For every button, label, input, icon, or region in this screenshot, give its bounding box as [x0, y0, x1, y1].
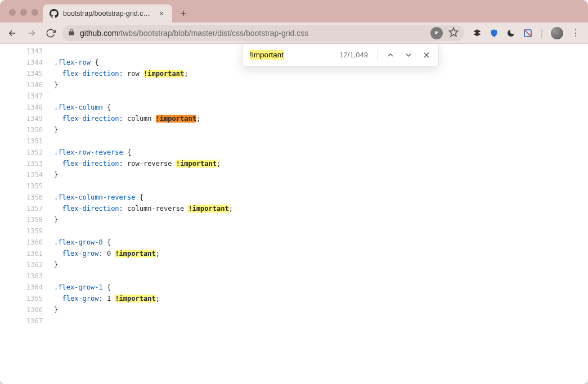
forward-button[interactable]: [24, 25, 39, 41]
profile-avatar[interactable]: [551, 27, 563, 39]
find-close-button[interactable]: [419, 48, 434, 62]
find-match-count: 12/1,049: [339, 51, 371, 59]
url-path: /twbs/bootstrap/blob/master/dist/css/boo…: [118, 29, 308, 38]
code-view[interactable]: .flex-row { flex-direction: row !importa…: [48, 44, 588, 384]
traffic-light-close[interactable]: [9, 9, 16, 16]
moon-extension-icon[interactable]: [506, 28, 516, 38]
bookmark-star-icon[interactable]: [448, 27, 459, 39]
browser-window: bootstrap/bootstrap-grid.css at × + gith…: [0, 0, 588, 384]
tab-title: bootstrap/bootstrap-grid.css at: [63, 10, 153, 17]
find-next-button[interactable]: [401, 48, 416, 62]
tab-strip: bootstrap/bootstrap-grid.css at × +: [0, 0, 588, 22]
screenshot-extension-icon[interactable]: [523, 28, 533, 38]
traffic-light-zoom[interactable]: [32, 9, 38, 16]
buffer-extension-icon[interactable]: [472, 28, 482, 38]
find-in-page-bar: !important 12/1,049: [242, 44, 439, 66]
reload-button[interactable]: [43, 25, 59, 41]
reader-mode-icon[interactable]: [430, 27, 443, 39]
github-icon: [50, 9, 59, 18]
page-content[interactable]: 1343134413451346134713481349135013511352…: [0, 44, 588, 384]
tab-close-button[interactable]: ×: [158, 9, 165, 18]
address-bar[interactable]: github.com/twbs/bootstrap/blob/master/di…: [62, 25, 464, 41]
back-button[interactable]: [5, 25, 20, 41]
new-tab-button[interactable]: +: [176, 6, 191, 21]
lock-icon: [68, 28, 75, 38]
browser-tab[interactable]: bootstrap/bootstrap-grid.css at ×: [43, 4, 172, 22]
omnibox-actions: [430, 27, 459, 39]
browser-menu-button[interactable]: ⋮: [570, 28, 581, 38]
find-prev-button[interactable]: [383, 48, 398, 62]
traffic-light-minimize[interactable]: [20, 9, 27, 16]
url-text: github.com/twbs/bootstrap/blob/master/di…: [80, 29, 426, 38]
window-controls: [5, 9, 43, 22]
line-number-gutter: 1343134413451346134713481349135013511352…: [0, 44, 48, 384]
toolbar-separator: |: [540, 28, 544, 38]
find-separator: [377, 49, 378, 61]
find-query-text: !important: [249, 50, 284, 60]
browser-toolbar: github.com/twbs/bootstrap/blob/master/di…: [0, 22, 588, 44]
url-host: github.com: [80, 29, 118, 38]
shield-extension-icon[interactable]: [489, 28, 499, 38]
extension-icons: | ⋮: [468, 27, 583, 39]
find-query[interactable]: !important: [249, 50, 336, 60]
svg-marker-0: [449, 28, 457, 37]
